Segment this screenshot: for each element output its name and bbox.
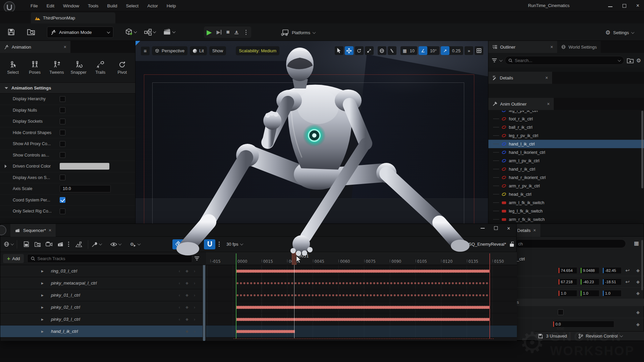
minimize-button[interactable] <box>608 4 612 7</box>
scale-snap-control[interactable]: ↗ 0.25 <box>441 46 463 55</box>
browse-content-icon[interactable] <box>27 28 35 36</box>
keyframe-diamond-icon[interactable]: ◆ <box>636 268 640 273</box>
add-key-icon[interactable]: ◆ <box>185 281 188 285</box>
add-key-icon[interactable]: ◆ <box>185 305 188 309</box>
close-icon[interactable]: × <box>64 45 66 49</box>
scale-tool[interactable] <box>365 46 374 55</box>
next-key-icon[interactable]: › <box>194 293 195 298</box>
add-key-icon[interactable]: ◆ <box>185 293 188 297</box>
tool-tweens[interactable]: Tweens <box>46 61 67 75</box>
keyframe-lane-pinky_02_l_ctrl[interactable] <box>206 301 517 313</box>
menu-item-tools[interactable]: Tools <box>84 0 103 11</box>
setting-checkbox[interactable] <box>60 197 65 203</box>
create-asset-icon[interactable] <box>20 239 32 249</box>
snap-options-icon[interactable] <box>219 244 220 245</box>
keyframe-diamond-icon[interactable]: ◆ <box>636 310 640 315</box>
axis-value-field[interactable]: 1.0 <box>580 290 599 297</box>
timeline[interactable]: -015000000150030004500600075009001050120… <box>206 252 517 341</box>
fps-dropdown[interactable]: 30 fps <box>226 242 243 247</box>
expand-icon[interactable]: ▶ <box>41 306 44 309</box>
close-window-icon[interactable]: × <box>507 226 510 232</box>
add-key-icon[interactable]: ◆ <box>185 269 188 273</box>
keyframe-diamond-icon[interactable]: ◆ <box>636 291 640 296</box>
axis-value-field[interactable]: 74.654 <box>558 267 577 274</box>
track-row-pinky_02_l_ctrl[interactable]: ▶pinky_02_l_ctrl‹◆› <box>0 301 203 313</box>
play-button[interactable]: ▶ <box>207 29 212 36</box>
camera-icon[interactable] <box>43 239 55 249</box>
outliner-search-input[interactable] <box>515 58 616 63</box>
tool-trails[interactable]: Trails <box>90 61 111 75</box>
setting-checkbox[interactable] <box>60 141 65 147</box>
tab-details-lower[interactable]: Details × <box>513 224 540 237</box>
anim-outliner-item[interactable]: leg_l_fk_ik_switch <box>488 207 644 215</box>
anim-outliner-item[interactable]: hand_l_ik_ctrl <box>488 140 644 148</box>
blueprints-dropdown[interactable] <box>144 28 156 36</box>
track-row-pinky_01_l_ctrl[interactable]: ▶pinky_01_l_ctrl‹◆› <box>0 289 203 301</box>
tab-animation[interactable]: Animation × <box>0 41 70 53</box>
next-key-icon[interactable]: › <box>194 317 195 322</box>
keyframe-lane-pinky_metacarpal_l_ctrl[interactable] <box>206 277 517 289</box>
setting-number-input[interactable]: 10.0 <box>60 185 111 192</box>
axis-value-field[interactable]: 1.0 <box>602 290 622 297</box>
setting-checkbox[interactable] <box>60 107 65 113</box>
tab-anim-outliner[interactable]: Anim Outliner × <box>488 98 554 110</box>
track-row-pinky_metacarpal_l_ctrl[interactable]: ▶pinky_metacarpal_l_ctrl‹◆› <box>0 277 203 289</box>
maximize-button[interactable] <box>623 4 626 8</box>
keyframe-diamond-icon[interactable]: ◆ <box>636 279 640 284</box>
surface-snap-toggle[interactable] <box>388 46 396 55</box>
axis-value-field[interactable]: 1.0 <box>558 290 577 297</box>
chevron-down-icon[interactable] <box>499 58 503 62</box>
keyframe-nav[interactable]: ‹◆› <box>179 329 195 334</box>
next-key-icon[interactable]: › <box>194 268 195 274</box>
tool-snapper[interactable]: Snapper <box>68 61 89 75</box>
world-coordinate-toggle[interactable] <box>378 46 386 55</box>
playhead-line[interactable] <box>294 265 294 338</box>
close-icon[interactable]: × <box>550 45 553 49</box>
close-icon[interactable]: × <box>547 102 550 106</box>
lit-dropdown[interactable]: Lit <box>190 46 207 55</box>
axis-value-field[interactable]: -40.23 <box>580 279 599 285</box>
track-row-hand_l_ik_ctrl[interactable]: ▶hand_l_ik_ctrl‹◆› <box>0 325 203 338</box>
autokey-button[interactable] <box>172 239 184 249</box>
keyframe-nav[interactable]: ‹◆› <box>179 281 195 286</box>
world-dropdown[interactable] <box>4 241 13 247</box>
revert-icon[interactable]: ↩ <box>625 279 630 285</box>
anim-outliner-item[interactable]: foot_r_ik_ctrl <box>488 115 644 123</box>
maximize-viewport-button[interactable] <box>475 46 483 55</box>
setting-checkbox[interactable] <box>60 96 65 102</box>
actions-dropdown[interactable] <box>92 241 102 247</box>
camera-speed-expand[interactable]: » <box>465 46 473 55</box>
minimize-window-icon[interactable] <box>481 226 485 229</box>
step-forward-button[interactable]: ▶ <box>216 29 221 35</box>
outliner-settings-gear-icon[interactable]: ⚙ <box>636 57 641 64</box>
setting-checkbox[interactable] <box>60 130 65 135</box>
setting-checkbox[interactable] <box>60 208 65 214</box>
playback-start-marker[interactable] <box>236 253 236 339</box>
anim-outliner-item[interactable]: hand_r_ik_ctrl <box>488 165 644 173</box>
rotation-snap-control[interactable]: ∠ 10° <box>419 46 439 55</box>
display-filter-icon[interactable]: ▦ <box>634 240 639 246</box>
next-key-icon[interactable]: › <box>194 329 195 334</box>
sequencer-more-options-icon[interactable] <box>68 244 69 245</box>
hierarchy-icon[interactable] <box>73 239 85 249</box>
expand-icon[interactable]: ▶ <box>41 330 44 333</box>
close-icon[interactable]: × <box>49 228 51 233</box>
tool-select[interactable]: Select <box>3 61 23 75</box>
setting-checkbox[interactable] <box>60 152 65 158</box>
eject-button[interactable]: ▲ <box>234 30 239 34</box>
anim-outliner-item[interactable]: arm_r_pv_ik_ctrl <box>488 182 644 190</box>
playback-end-marker[interactable] <box>489 253 490 339</box>
tab-sequencer[interactable]: Sequencer* × <box>10 224 56 237</box>
keyframe-lane-pinky_01_l_ctrl[interactable] <box>206 289 517 301</box>
tab-world-settings[interactable]: World Settings <box>557 41 601 53</box>
chevron-down-icon[interactable] <box>618 58 621 62</box>
close-button[interactable]: × <box>636 3 639 9</box>
prev-key-icon[interactable]: ‹ <box>179 305 180 310</box>
cinematics-dropdown[interactable] <box>163 28 175 36</box>
menu-item-actor[interactable]: Actor <box>143 0 162 11</box>
add-track-button[interactable]: + Add <box>3 254 24 263</box>
curve-edit-dropdown[interactable] <box>188 241 198 247</box>
scalability-warning[interactable]: Scalability: Medium <box>236 46 279 55</box>
setting-checkbox[interactable] <box>60 175 65 180</box>
keyframe-lane-pinky_03_l_ctrl[interactable] <box>206 313 517 325</box>
